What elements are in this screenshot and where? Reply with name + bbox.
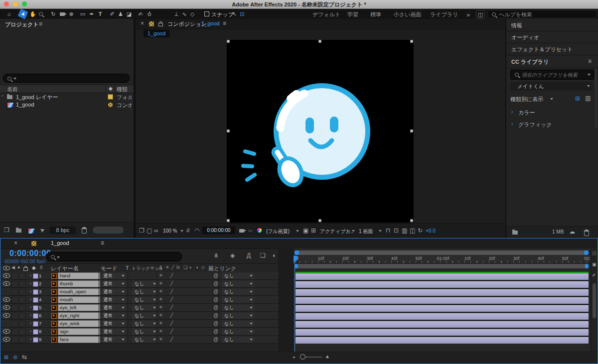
trash-icon[interactable] <box>82 228 87 234</box>
visibility-eye-icon[interactable] <box>3 337 10 342</box>
layer-bar[interactable] <box>296 321 589 328</box>
quality-switch[interactable]: ╱ <box>170 337 173 342</box>
label-swatch[interactable] <box>33 289 38 295</box>
layer-name-column-label[interactable]: レイヤー名 <box>51 265 79 272</box>
project-search-field[interactable] <box>3 74 130 83</box>
parent-pickwhip-icon[interactable]: @ <box>213 273 218 278</box>
timeline-zoom-scrollbar[interactable] <box>295 250 589 255</box>
timeline-search-field[interactable] <box>46 252 182 261</box>
current-time-display[interactable]: 0:00:00:00 <box>9 249 51 258</box>
puppet-pin-tool[interactable]: ⚲ <box>146 10 153 18</box>
cc-libraries-menu-icon[interactable]: ≡ <box>588 58 592 64</box>
label-column-icon[interactable]: ◆ <box>109 86 113 91</box>
quality-switch[interactable]: ╱ <box>170 297 173 302</box>
visibility-eye-icon[interactable] <box>3 297 10 302</box>
pixel-aspect-icon[interactable]: ⊓ <box>386 228 390 234</box>
collapse-switch[interactable]: ✳ <box>159 329 163 334</box>
selection-tool[interactable]: ➤ <box>17 8 28 19</box>
project-panel-menu-icon[interactable]: ≡ <box>39 21 42 27</box>
pan-behind-tool[interactable]: ⊕ <box>67 10 75 18</box>
twirl-icon[interactable]: › <box>1 94 3 98</box>
mode-column-label[interactable]: モード <box>101 265 118 272</box>
draft-3d-icon[interactable]: ◈ <box>230 252 235 258</box>
layer-bar[interactable] <box>296 297 589 304</box>
snapshot-icon[interactable] <box>239 229 244 233</box>
label-swatch[interactable] <box>108 94 113 100</box>
library-select-dropdown[interactable]: メイトくん <box>510 82 593 91</box>
snap-checkbox[interactable] <box>204 11 209 17</box>
audio-column-icon[interactable]: ◀ <box>11 265 15 270</box>
shape-tool[interactable]: ▭ <box>79 10 87 18</box>
scrollbar-right-handle[interactable] <box>584 250 589 255</box>
expand-in-out-icon[interactable]: ⇆ <box>22 354 27 360</box>
layer-name[interactable]: hand <box>58 272 100 279</box>
layer-bar[interactable] <box>296 305 589 312</box>
help-search-field[interactable]: ヘルプを検索 <box>487 10 597 18</box>
parent-column-label[interactable]: 親とリンク <box>208 265 236 272</box>
parent-dropdown[interactable]: なし <box>222 273 254 279</box>
hand-tool[interactable]: ✋ <box>29 10 37 18</box>
folder-icon[interactable] <box>512 231 518 235</box>
label-swatch[interactable] <box>33 329 38 335</box>
transparency-grid-icon[interactable]: ⊞ <box>311 228 316 234</box>
panel-tab-effects-presets[interactable]: エフェクト＆プリセット <box>506 43 598 55</box>
parent-pickwhip-icon[interactable]: @ <box>213 321 218 326</box>
region-of-interest-icon[interactable]: ▣ <box>303 228 308 234</box>
layer-bar[interactable] <box>296 273 589 280</box>
composition-canvas[interactable] <box>227 40 414 223</box>
collapse-switch[interactable]: ✳ <box>159 273 163 278</box>
parent-pickwhip-icon[interactable]: @ <box>213 305 218 310</box>
track-matte-dropdown[interactable]: なし <box>132 297 157 303</box>
workspace-tab-small-screen[interactable]: 小さい画面 <box>394 11 422 18</box>
comp-marker-icon[interactable]: ▣ <box>592 262 597 267</box>
parent-dropdown[interactable]: なし <box>222 289 254 295</box>
blend-mode-dropdown[interactable]: 通常 <box>101 329 126 335</box>
parent-pickwhip-icon[interactable]: @ <box>213 313 218 318</box>
twirl-icon[interactable]: › <box>30 281 31 286</box>
lock-column-icon[interactable] <box>23 267 28 271</box>
snap-target-icon[interactable]: ⊡ <box>238 10 246 18</box>
composition-tab-title[interactable]: コンポジション <box>167 20 207 28</box>
workspace-overflow-chevron[interactable]: » <box>466 11 470 18</box>
sync-cloud-icon[interactable]: ☁ <box>569 229 575 235</box>
work-area-bar[interactable] <box>295 264 589 268</box>
parent-pickwhip-icon[interactable]: @ <box>213 281 218 286</box>
clone-stamp-tool[interactable]: ♟ <box>117 10 125 18</box>
project-item-name[interactable]: 1_good レイヤー <box>16 94 58 101</box>
library-group-color[interactable]: › カラー <box>506 108 598 119</box>
roto-brush-tool[interactable]: ✍ <box>137 10 145 18</box>
layer-name[interactable]: eye_wink <box>58 320 100 327</box>
label-swatch[interactable] <box>33 273 38 279</box>
resolution-dropdown[interactable]: (フル画質) <box>266 228 290 235</box>
eraser-tool[interactable]: ◪ <box>125 10 133 18</box>
panel-tab-audio[interactable]: オーディオ <box>506 31 598 43</box>
magnification-dropdown[interactable]: 100 % <box>163 228 177 234</box>
track-matte-dropdown[interactable]: なし <box>132 289 157 295</box>
always-preview-icon[interactable]: ❐ <box>139 228 145 234</box>
timeline-panel-menu-icon[interactable]: ≡ <box>101 240 104 246</box>
rotation-tool[interactable]: ↻ <box>49 10 57 18</box>
grid-guides-icon[interactable]: # <box>186 228 190 234</box>
quality-switch[interactable]: ╱ <box>170 321 173 326</box>
parent-pickwhip-icon[interactable]: @ <box>213 329 218 334</box>
collapse-switch[interactable]: ✳ <box>159 281 163 286</box>
layer-row[interactable]: › 8 sign 通常 なし ✳ ╱ @ なし <box>1 328 279 336</box>
label-swatch[interactable] <box>33 321 38 327</box>
close-tab-icon[interactable]: × <box>141 20 144 26</box>
panel-tab-cc-libraries[interactable]: CC ライブラリ ≡ <box>506 55 598 68</box>
layer-bar[interactable] <box>296 313 589 320</box>
twirl-icon[interactable]: › <box>30 313 31 318</box>
channel-settings-icon[interactable] <box>257 228 262 233</box>
project-col-name[interactable]: 名前 <box>7 86 18 93</box>
timeline-button-icon[interactable]: ▥ <box>402 228 407 234</box>
visibility-eye-icon[interactable] <box>3 305 10 310</box>
scrollbar-left-handle[interactable] <box>295 250 299 255</box>
twirl-icon[interactable]: › <box>30 337 31 342</box>
quality-switch[interactable]: ╱ <box>170 289 173 294</box>
layer-name[interactable]: face <box>58 336 100 343</box>
label-swatch[interactable] <box>33 313 38 319</box>
layer-bar[interactable] <box>296 329 589 336</box>
expand-layer-switches-icon[interactable]: ⊞ <box>4 354 8 361</box>
lock-icon[interactable] <box>158 23 163 26</box>
layer-name[interactable]: thumb <box>58 280 100 287</box>
